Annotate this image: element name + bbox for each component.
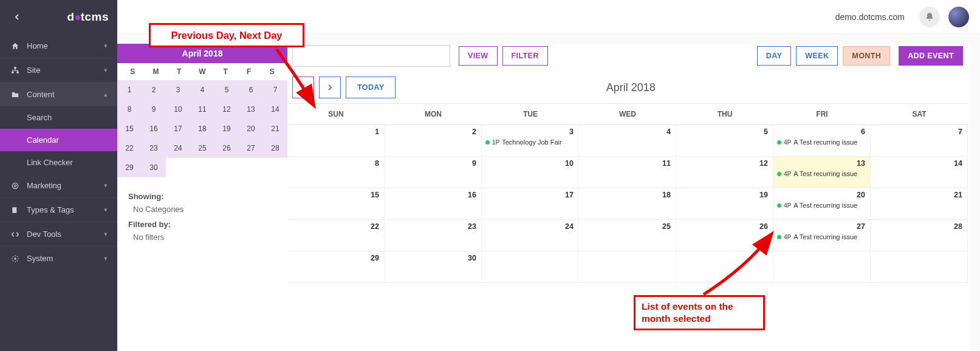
- cal-cell[interactable]: 21: [871, 188, 968, 220]
- mini-day[interactable]: 4: [190, 80, 214, 100]
- cal-event[interactable]: 4PA Test recurring issue: [777, 138, 866, 146]
- mini-day[interactable]: 25: [190, 138, 214, 158]
- mini-day[interactable]: 22: [117, 138, 142, 158]
- sidebar-item-types-tags[interactable]: Types & Tags ▾: [0, 197, 117, 222]
- cal-cell[interactable]: 9: [385, 157, 482, 188]
- notifications-button[interactable]: [919, 7, 940, 27]
- avatar[interactable]: [948, 7, 969, 27]
- annotation-arrow-icon: [270, 46, 325, 113]
- cal-cell[interactable]: 22: [287, 220, 385, 251]
- cal-event[interactable]: 4PA Test recurring issue: [777, 170, 866, 177]
- cal-cell[interactable]: 5: [676, 125, 773, 157]
- cal-day-number: 23: [468, 222, 476, 231]
- mini-day[interactable]: 28: [263, 138, 287, 158]
- mini-day[interactable]: 11: [190, 100, 214, 119]
- target-icon: [10, 182, 21, 190]
- cal-day-number: 2: [472, 128, 476, 136]
- mini-day[interactable]: 9: [142, 100, 166, 119]
- mini-day[interactable]: 5: [214, 80, 239, 100]
- mini-day[interactable]: 16: [142, 119, 166, 138]
- event-title: A Test recurring issue: [793, 233, 857, 240]
- cal-event[interactable]: 1PTechnology Job Fair: [485, 138, 575, 146]
- mini-day[interactable]: 18: [190, 119, 214, 138]
- sidebar-item-content[interactable]: Content ▴: [0, 82, 117, 106]
- cal-cell[interactable]: 4: [579, 125, 676, 157]
- cal-cell[interactable]: 31PTechnology Job Fair: [482, 125, 579, 157]
- cal-cell[interactable]: 18: [579, 188, 676, 220]
- cal-cell[interactable]: 8: [287, 157, 385, 188]
- mini-day[interactable]: 3: [166, 80, 190, 100]
- cal-cell[interactable]: 7: [871, 125, 968, 157]
- day-button[interactable]: DAY: [757, 46, 791, 66]
- sidebar-item-calendar[interactable]: Calendar: [0, 129, 117, 151]
- mini-day[interactable]: 17: [166, 119, 190, 138]
- cal-cell[interactable]: 28: [871, 220, 968, 251]
- cal-cell[interactable]: 14: [871, 157, 968, 188]
- filtered-value: No filters: [128, 233, 276, 242]
- mini-day[interactable]: 27: [239, 138, 263, 158]
- cal-cell[interactable]: 16: [385, 188, 482, 220]
- mini-day[interactable]: 10: [166, 100, 190, 119]
- sidebar-item-dev-tools[interactable]: Dev Tools ▾: [0, 222, 117, 246]
- cal-day-number: 18: [662, 191, 671, 199]
- mini-day[interactable]: 30: [142, 158, 166, 177]
- chevron-down-icon: ▾: [104, 182, 108, 189]
- cal-cell[interactable]: 2: [385, 125, 482, 157]
- cal-day-number: 16: [468, 191, 476, 199]
- site-domain[interactable]: demo.dotcms.com: [835, 12, 905, 22]
- cal-cell[interactable]: 12: [676, 157, 773, 188]
- cal-cell[interactable]: 23: [385, 220, 482, 251]
- cal-cell[interactable]: 30: [385, 251, 482, 283]
- cal-cell[interactable]: 29: [287, 251, 385, 283]
- sidebar-item-home[interactable]: Home ▾: [0, 34, 117, 58]
- mini-day[interactable]: 23: [142, 138, 166, 158]
- mini-day[interactable]: 1: [117, 80, 142, 100]
- mini-day[interactable]: 8: [117, 100, 142, 119]
- mini-day[interactable]: 12: [214, 100, 239, 119]
- mini-day[interactable]: 19: [214, 119, 239, 138]
- add-event-button[interactable]: ADD EVENT: [899, 46, 963, 66]
- svg-point-4: [14, 185, 16, 187]
- cal-cell[interactable]: 17: [482, 188, 579, 220]
- cal-event[interactable]: 4PA Test recurring issue: [777, 202, 866, 209]
- sidebar-item-system[interactable]: System ▾: [0, 246, 117, 270]
- cal-cell[interactable]: 10: [482, 157, 579, 188]
- sidebar-item-link-checker[interactable]: Link Checker: [0, 151, 117, 174]
- mini-day[interactable]: 21: [263, 119, 287, 138]
- mini-day[interactable]: 29: [117, 158, 142, 177]
- mini-day[interactable]: 13: [239, 100, 263, 119]
- svg-rect-0: [14, 67, 16, 69]
- cal-cell[interactable]: 1: [287, 125, 385, 157]
- cal-cell[interactable]: 24: [482, 220, 579, 251]
- event-time: 4P: [784, 234, 791, 240]
- cal-cell[interactable]: 204PA Test recurring issue: [773, 188, 871, 220]
- cal-cell[interactable]: 15: [287, 188, 385, 220]
- filter-button[interactable]: FILTER: [502, 46, 548, 66]
- month-button[interactable]: MONTH: [843, 46, 890, 66]
- event-time: 4P: [784, 202, 791, 209]
- mini-day[interactable]: 2: [142, 80, 166, 100]
- cal-cell[interactable]: 134PA Test recurring issue: [773, 157, 871, 188]
- mini-dow: F: [237, 67, 260, 76]
- week-button[interactable]: WEEK: [796, 46, 838, 66]
- mini-day[interactable]: 26: [214, 138, 239, 158]
- view-button[interactable]: VIEW: [459, 46, 498, 66]
- sidebar-item-site[interactable]: Site ▾: [0, 58, 117, 82]
- back-button[interactable]: [9, 9, 26, 26]
- cal-day-number: 12: [759, 159, 768, 168]
- cal-cell[interactable]: 11: [579, 157, 676, 188]
- today-button[interactable]: TODAY: [346, 77, 396, 98]
- sidebar-item-label: Home: [27, 41, 48, 50]
- mini-day[interactable]: 15: [117, 119, 142, 138]
- cal-cell[interactable]: 64PA Test recurring issue: [773, 125, 871, 157]
- sidebar-item-search[interactable]: Search: [0, 106, 117, 129]
- mini-day[interactable]: 6: [239, 80, 263, 100]
- cal-cell[interactable]: 19: [676, 188, 773, 220]
- cal-cell[interactable]: 274PA Test recurring issue: [773, 220, 871, 251]
- logo: dtcms: [67, 10, 109, 24]
- mini-day[interactable]: 24: [166, 138, 190, 158]
- cal-event[interactable]: 4PA Test recurring issue: [777, 233, 866, 240]
- sidebar-item-marketing[interactable]: Marketing ▾: [0, 174, 117, 197]
- cal-cell[interactable]: 25: [579, 220, 676, 251]
- mini-day[interactable]: 20: [239, 119, 263, 138]
